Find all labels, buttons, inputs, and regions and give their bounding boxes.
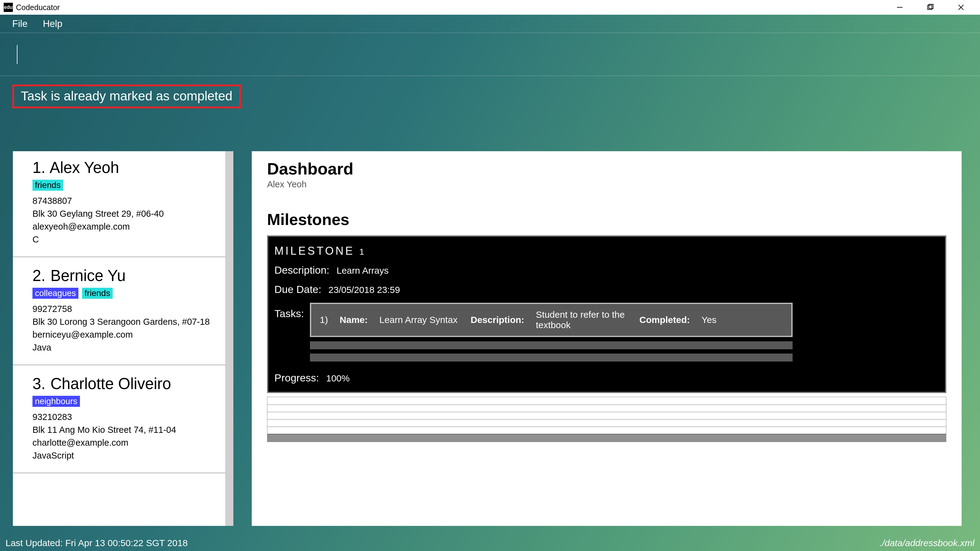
milestone-list-empty-rows bbox=[267, 397, 946, 442]
person-card[interactable]: 2. Bernice Yucolleaguesfriends99272758Bl… bbox=[13, 257, 225, 365]
dashboard-panel: Dashboard Alex Yeoh Milestones MILESTONE… bbox=[252, 151, 962, 526]
task-desc-value: Student to refer to the textbook bbox=[536, 310, 628, 330]
person-phone: 99272758 bbox=[32, 302, 213, 315]
task-name-value: Learn Array Syntax bbox=[379, 315, 459, 325]
person-title: 1. Alex Yeoh bbox=[32, 159, 213, 176]
tag-friends: friends bbox=[82, 288, 113, 299]
milestones-header: Milestones bbox=[267, 210, 946, 229]
person-list-scrollbar[interactable] bbox=[225, 151, 233, 526]
milestone-hscrollbar[interactable] bbox=[267, 434, 946, 442]
person-phone: 93210283 bbox=[32, 411, 213, 423]
tag-neighbours: neighbours bbox=[32, 396, 80, 407]
person-list-panel: 1. Alex Yeohfriends87438807Blk 30 Geylan… bbox=[13, 151, 233, 526]
dashboard-subtitle: Alex Yeoh bbox=[267, 179, 946, 189]
milestone-desc-value: Learn Arrays bbox=[337, 265, 389, 275]
person-phone: 87438807 bbox=[32, 194, 213, 207]
command-input[interactable] bbox=[0, 33, 980, 76]
text-cursor bbox=[17, 45, 18, 64]
window-title: Codeducator bbox=[16, 3, 60, 12]
person-lang: C bbox=[32, 233, 213, 246]
task-row-empty bbox=[310, 341, 792, 349]
person-address: Blk 30 Geylang Street 29, #06-40 bbox=[32, 207, 213, 220]
task-name-label: Name: bbox=[340, 315, 368, 325]
tag-friends: friends bbox=[32, 180, 63, 191]
milestone-due-label: Due Date: bbox=[274, 283, 321, 295]
person-title: 3. Charlotte Oliveiro bbox=[32, 375, 213, 393]
window-title-bar: edu Codeducator bbox=[0, 0, 980, 15]
status-last-updated: Last Updated: Fri Apr 13 00:50:22 SGT 20… bbox=[5, 538, 188, 548]
person-email: charlotte@example.com bbox=[32, 436, 213, 449]
status-message: Task is already marked as completed bbox=[12, 84, 241, 108]
person-card[interactable]: 1. Alex Yeohfriends87438807Blk 30 Geylan… bbox=[13, 151, 225, 257]
person-email: alexyeoh@example.com bbox=[32, 220, 213, 233]
person-card[interactable]: 3. Charlotte Oliveironeighbours93210283B… bbox=[13, 365, 225, 473]
milestone-desc-label: Description: bbox=[274, 264, 329, 276]
task-completed-value: Yes bbox=[702, 315, 717, 325]
close-button[interactable] bbox=[946, 0, 976, 15]
task-index: 1) bbox=[320, 315, 328, 325]
menu-file[interactable]: File bbox=[12, 18, 27, 29]
person-lang: JavaScript bbox=[32, 449, 213, 462]
person-lang: Java bbox=[32, 341, 213, 354]
dashboard-title: Dashboard bbox=[267, 159, 946, 178]
progress-value: 100% bbox=[326, 373, 350, 383]
minimize-icon bbox=[896, 4, 904, 11]
close-icon bbox=[957, 4, 965, 11]
milestone-heading: MILESTONE 1 bbox=[273, 243, 940, 260]
task-completed-label: Completed: bbox=[640, 315, 690, 325]
menu-help[interactable]: Help bbox=[43, 18, 62, 29]
maximize-button[interactable] bbox=[915, 0, 946, 15]
status-bar: Last Updated: Fri Apr 13 00:50:22 SGT 20… bbox=[0, 535, 980, 551]
minimize-button[interactable] bbox=[885, 0, 915, 15]
tag-colleagues: colleagues bbox=[32, 288, 78, 299]
app-icon: edu bbox=[4, 3, 13, 12]
milestone-due-value: 23/05/2018 23:59 bbox=[329, 285, 400, 295]
maximize-icon bbox=[927, 4, 934, 11]
person-email: berniceyu@example.com bbox=[32, 328, 213, 341]
person-address: Blk 30 Lorong 3 Serangoon Gardens, #07-1… bbox=[32, 315, 213, 328]
task-row[interactable]: 1) Name: Learn Array Syntax Description:… bbox=[310, 303, 792, 337]
task-desc-label: Description: bbox=[471, 315, 524, 325]
milestone-card: MILESTONE 1 Description: Learn Arrays Du… bbox=[267, 235, 946, 393]
tasks-label: Tasks: bbox=[274, 303, 304, 319]
progress-label: Progress: bbox=[274, 372, 319, 384]
person-address: Blk 11 Ang Mo Kio Street 74, #11-04 bbox=[32, 423, 213, 436]
menu-bar: File Help bbox=[0, 15, 980, 33]
person-title: 2. Bernice Yu bbox=[32, 267, 213, 285]
status-datafile: ./data/addressbook.xml bbox=[880, 538, 975, 548]
task-row-empty bbox=[310, 354, 792, 362]
